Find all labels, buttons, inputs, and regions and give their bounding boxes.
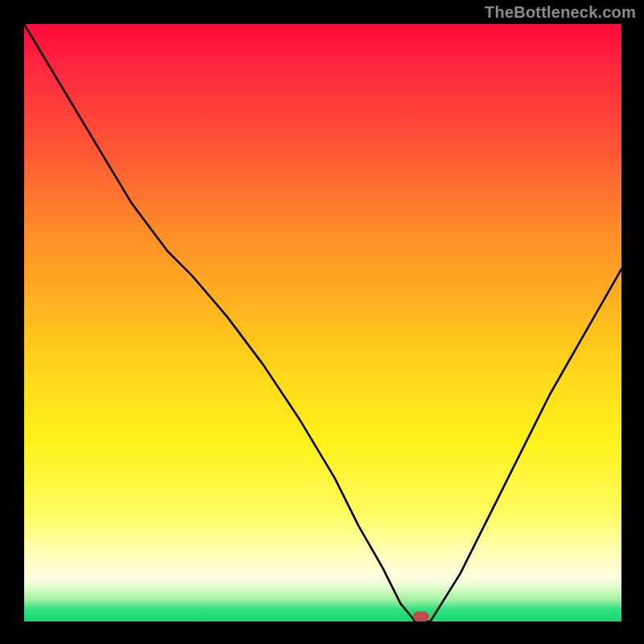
bottleneck-curve xyxy=(24,24,621,621)
plot-area xyxy=(24,24,621,621)
optimal-point-marker xyxy=(413,612,429,621)
watermark-text: TheBottleneck.com xyxy=(485,3,636,22)
chart-frame: TheBottleneck.com xyxy=(0,0,644,644)
